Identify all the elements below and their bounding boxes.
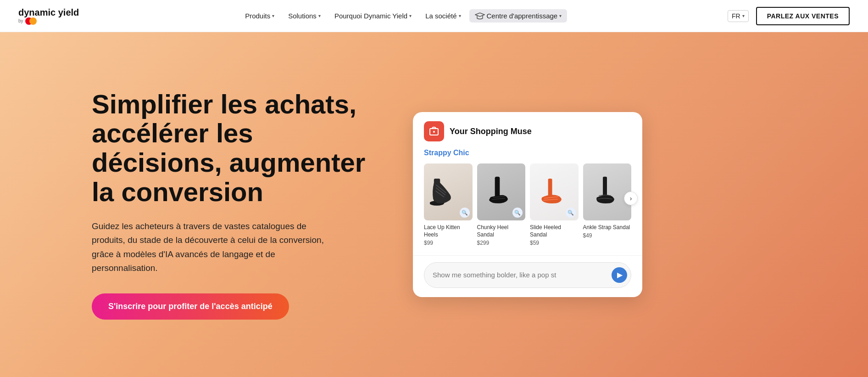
shopping-muse-card: Your Shopping Muse Strappy Chic: [413, 112, 642, 297]
chevron-down-icon: ▾: [409, 13, 412, 18]
product-name: Lace Up Kitten Heels: [424, 224, 473, 238]
shoe-visual-4: [583, 163, 632, 220]
logo-by: by: [18, 17, 37, 25]
product-name: Ankle Strap Sandal: [583, 224, 632, 231]
product-price: $49: [583, 232, 632, 239]
logo[interactable]: dynamic yield by: [18, 7, 79, 25]
product-item: › Ankle Strap Sandal $49: [583, 163, 632, 239]
product-price: $99: [424, 240, 473, 246]
product-item: 🔍 Slide Heeled Sandal $59: [530, 163, 579, 246]
search-icon[interactable]: 🔍: [566, 208, 576, 218]
navbar: dynamic yield by Produits ▾ Solutions ▾ …: [0, 0, 868, 32]
chevron-down-icon: ▾: [459, 13, 461, 18]
hero-content-left: Simplifier les achats, accélérer les déc…: [92, 90, 376, 320]
svg-point-1: [433, 131, 435, 133]
product-name: Slide Heeled Sandal: [530, 224, 579, 238]
nav-right: FR ▾ PARLEZ AUX VENTES: [728, 7, 850, 25]
card-body: Strappy Chic: [413, 149, 642, 255]
product-price: $299: [477, 240, 526, 246]
logo-text: dynamic yield: [18, 7, 79, 17]
chat-input[interactable]: [433, 271, 608, 279]
chevron-down-icon: ▾: [318, 13, 321, 18]
hero-title: Simplifier les achats, accélérer les déc…: [92, 90, 376, 207]
nav-links: Produits ▾ Solutions ▾ Pourquoi Dynamic …: [79, 9, 728, 23]
chevron-down-icon: ▾: [559, 13, 562, 18]
hero-description: Guidez les acheteurs à travers de vastes…: [92, 219, 339, 276]
card-title: Your Shopping Muse: [450, 127, 532, 136]
language-selector[interactable]: FR ▾: [728, 10, 749, 22]
chevron-down-icon: ▾: [742, 13, 745, 18]
product-name: Chunky Heel Sandal: [477, 224, 526, 238]
product-image: 🔍: [530, 163, 579, 220]
nav-item-pourquoi[interactable]: Pourquoi Dynamic Yield ▾: [329, 9, 417, 23]
shopping-muse-logo: [424, 121, 444, 141]
card-footer: ▶: [413, 255, 642, 297]
product-image: 🔍: [424, 163, 473, 220]
product-item: 🔍 Lace Up Kitten Heels $99: [424, 163, 473, 246]
mastercard-icon: [25, 17, 37, 25]
product-image: 🔍: [477, 163, 526, 220]
next-arrow-button[interactable]: ›: [624, 191, 638, 205]
nav-item-societe[interactable]: La société ▾: [420, 9, 466, 23]
chat-input-row[interactable]: ▶: [424, 262, 631, 288]
hero-section: Simplifier les achats, accélérer les déc…: [0, 32, 868, 377]
product-image: [583, 163, 632, 220]
search-icon[interactable]: 🔍: [460, 208, 470, 218]
card-header: Your Shopping Muse: [413, 112, 642, 149]
hero-cta-button[interactable]: S'inscrire pour profiter de l'accès anti…: [92, 293, 289, 320]
chevron-down-icon: ▾: [272, 13, 274, 18]
product-price: $59: [530, 240, 579, 246]
products-grid: 🔍 Lace Up Kitten Heels $99: [424, 163, 631, 246]
chat-send-button[interactable]: ▶: [612, 267, 627, 283]
nav-item-produits[interactable]: Produits ▾: [239, 9, 280, 23]
nav-item-apprentissage[interactable]: Centre d'apprentissage ▾: [469, 9, 568, 23]
send-icon: ▶: [617, 270, 623, 279]
nav-item-solutions[interactable]: Solutions ▾: [283, 9, 326, 23]
speak-to-sales-button[interactable]: PARLEZ AUX VENTES: [756, 7, 850, 25]
product-item: 🔍 Chunky Heel Sandal $299: [477, 163, 526, 246]
hero-content-right: Your Shopping Muse Strappy Chic: [413, 112, 651, 297]
product-category: Strappy Chic: [424, 149, 631, 157]
learning-icon: [475, 12, 485, 20]
